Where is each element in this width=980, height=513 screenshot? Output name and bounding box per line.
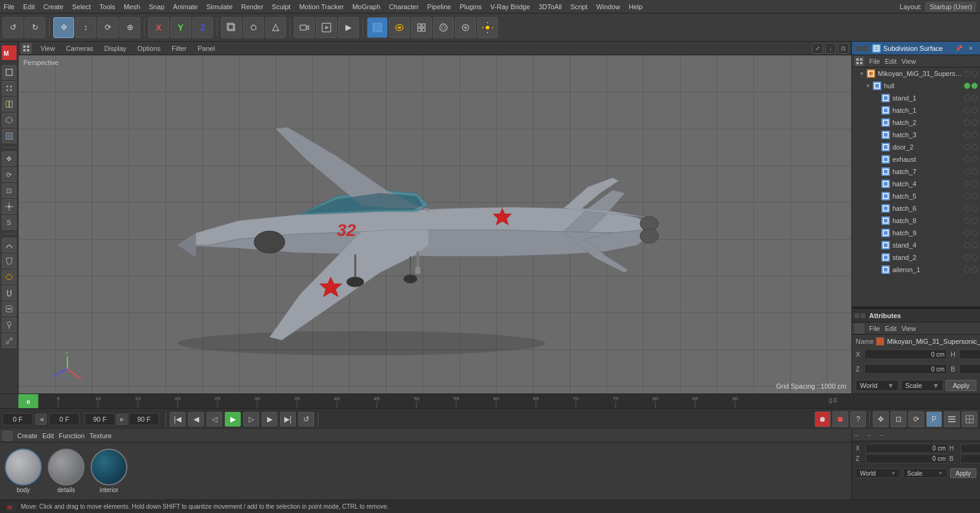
viewport-panel-icon[interactable]: [21, 43, 32, 54]
frame-end-btn[interactable]: ▶: [116, 414, 127, 425]
grid-btn[interactable]: [411, 17, 432, 38]
menu-pipeline[interactable]: Pipeline: [427, 3, 451, 10]
prev-key-btn[interactable]: ◁: [206, 412, 222, 427]
tree-item-hatch5[interactable]: hatch_5: [852, 190, 980, 202]
magnet-icon[interactable]: [2, 286, 17, 300]
select-tool-button[interactable]: ↕: [75, 17, 96, 38]
poly-mode-icon[interactable]: [2, 113, 17, 127]
material-menu-create[interactable]: Create: [17, 432, 37, 439]
viewport-tab-options[interactable]: Options: [135, 44, 163, 53]
uv-mode-icon[interactable]: [2, 129, 17, 143]
material-menu-function[interactable]: Function: [59, 432, 85, 439]
paint-button[interactable]: [389, 17, 410, 38]
menu-tools[interactable]: Tools: [99, 3, 115, 10]
camera-button[interactable]: [294, 17, 315, 38]
viewport-tab-display[interactable]: Display: [102, 44, 129, 53]
tree-item-root[interactable]: ▼ Mikoyan_MiG_31_Supersonic_: [852, 67, 980, 80]
frame-step-input[interactable]: ◀: [36, 414, 47, 425]
rotate-tool-button[interactable]: ⟳: [97, 17, 118, 38]
z-axis-button[interactable]: Z: [192, 17, 213, 38]
tree-item-hatch1[interactable]: hatch_1: [852, 104, 980, 116]
attr-panel-icon[interactable]: [854, 324, 864, 333]
prev-frame-btn[interactable]: ◀: [188, 412, 204, 427]
scale-tool-button[interactable]: ⊕: [119, 17, 140, 38]
move-key-btn[interactable]: ✥: [873, 411, 889, 427]
tree-item-hatch3[interactable]: hatch_3: [852, 129, 980, 141]
menu-script[interactable]: Script: [570, 3, 587, 10]
tree-arrow-root[interactable]: ▼: [858, 70, 865, 77]
viewport-3d[interactable]: Perspective: [18, 55, 851, 393]
menu-animate[interactable]: Animate: [173, 3, 198, 10]
select-blue-btn[interactable]: [367, 17, 388, 38]
menu-window[interactable]: Window: [596, 3, 620, 10]
menu-mesh[interactable]: Mesh: [124, 3, 140, 10]
snap-icon[interactable]: [2, 199, 17, 214]
om-menu-edit[interactable]: Edit: [885, 58, 897, 65]
tree-arrow-hull[interactable]: ▼: [864, 82, 872, 89]
timeline-btn[interactable]: [962, 411, 978, 427]
tree-item-hatch6[interactable]: hatch_6: [852, 202, 980, 215]
end-frame-input[interactable]: [85, 413, 115, 425]
menu-render[interactable]: Render: [241, 3, 263, 10]
tree-item-aileron1[interactable]: aileron_1: [852, 264, 980, 276]
menu-create[interactable]: Create: [43, 3, 64, 10]
move-tool-button[interactable]: ✥: [53, 17, 74, 38]
start-frame-input[interactable]: [49, 413, 80, 425]
redo-button[interactable]: ↻: [24, 17, 45, 38]
path-icon[interactable]: [2, 333, 17, 348]
viewport-tab-filter[interactable]: Filter: [169, 44, 189, 53]
viewport-layout-icon[interactable]: ↓: [825, 43, 836, 54]
om-menu-file[interactable]: File: [869, 58, 880, 65]
rotate-key-btn[interactable]: ⟳: [908, 411, 924, 427]
point-mode-icon[interactable]: [2, 81, 17, 96]
spline-icon[interactable]: [2, 238, 17, 253]
coord-x-h-input[interactable]: [959, 349, 980, 359]
light-object-button[interactable]: [243, 17, 264, 38]
knife-icon[interactable]: S: [2, 215, 17, 230]
viewport-maximize-icon[interactable]: ⤢: [812, 43, 823, 54]
coord-x-pos-input[interactable]: [864, 349, 947, 359]
layout-dropdown[interactable]: Startup (User): [925, 2, 976, 12]
viewport-tab-cameras[interactable]: Cameras: [64, 44, 96, 53]
attr-menu-file[interactable]: File: [869, 325, 880, 332]
menu-mograph[interactable]: MoGraph: [352, 3, 380, 10]
scale-key-btn[interactable]: ⊡: [891, 411, 907, 427]
tree-item-hatch7[interactable]: hatch_7: [852, 165, 980, 178]
attr-color-swatch[interactable]: [876, 337, 884, 346]
null-object-button[interactable]: [265, 17, 286, 38]
object-tree[interactable]: ▼ Mikoyan_MiG_31_Supersonic_ ▼ hull: [852, 67, 980, 306]
menu-plugins[interactable]: Plugins: [459, 3, 481, 10]
menu-sculpt[interactable]: Sculpt: [272, 3, 291, 10]
menu-motion-tracker[interactable]: Motion Tracker: [299, 3, 344, 10]
goto-end-btn[interactable]: ▶|: [280, 412, 296, 427]
record-btn[interactable]: ⏺: [815, 411, 831, 427]
tree-item-hatch4[interactable]: hatch_4: [852, 178, 980, 190]
next-key-btn[interactable]: ▷: [243, 412, 259, 427]
render-button[interactable]: [316, 17, 337, 38]
current-frame-input[interactable]: [2, 413, 33, 425]
rotate-icon[interactable]: ⟳: [2, 167, 17, 182]
coord-z-b-input[interactable]: [959, 364, 980, 374]
material-item-body[interactable]: body: [5, 449, 42, 493]
tree-item-exhaust[interactable]: exhaust: [852, 153, 980, 165]
menu-vray[interactable]: V-Ray Bridge: [491, 3, 530, 10]
br-z-input[interactable]: [865, 454, 948, 463]
light-btn[interactable]: [477, 17, 498, 38]
help-btn[interactable]: ?: [850, 411, 866, 427]
tree-item-stand4[interactable]: stand_4: [852, 239, 980, 251]
deform-icon[interactable]: [2, 254, 17, 268]
play-render-button[interactable]: ▶: [338, 17, 359, 38]
tree-item-stand2[interactable]: stand_2: [852, 251, 980, 264]
move-icon[interactable]: ✥: [2, 151, 17, 166]
menu-character[interactable]: Character: [389, 3, 418, 10]
menu-3dtoall[interactable]: 3DToAll: [538, 3, 562, 10]
menu-help[interactable]: Help: [629, 3, 643, 10]
br-b-input[interactable]: [960, 454, 980, 463]
tree-item-stand1[interactable]: stand_1: [852, 92, 980, 104]
material-item-details[interactable]: details: [48, 449, 85, 493]
panel-pin-icon[interactable]: 📌: [953, 43, 964, 54]
world-dropdown[interactable]: World ▼: [856, 380, 899, 391]
scale-icon[interactable]: ⊡: [2, 183, 17, 198]
material-item-interior[interactable]: interior: [91, 449, 127, 493]
timeline-ruler[interactable]: 0 5 10 15 20 25 30 35 40 45: [18, 393, 815, 408]
